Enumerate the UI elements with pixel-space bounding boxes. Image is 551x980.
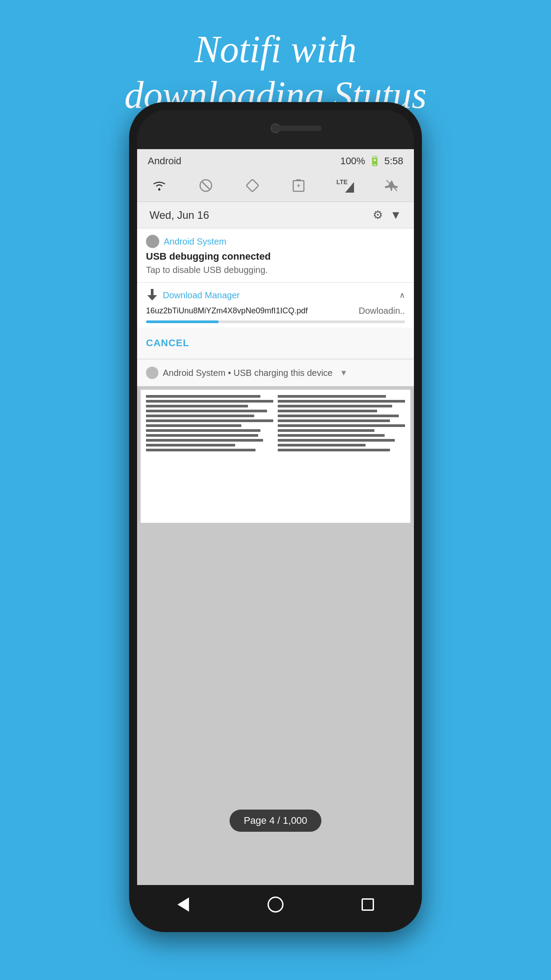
back-button[interactable] [172, 893, 194, 916]
battery-percent: 100% [340, 155, 365, 167]
nav-bar [137, 885, 414, 924]
background: Notifi with downloading Stutus Android 1… [0, 0, 551, 118]
usb-text: Android System • USB charging this devic… [163, 368, 333, 378]
download-filename: 16uz2bTiUnu8MiYZm4X8vpNe09mfI1ICQ.pdf [146, 306, 308, 316]
header-section: Notifi with downloading Stutus [0, 0, 551, 118]
download-header: Download Manager ∧ [137, 283, 414, 306]
quick-settings-row: + LTE [137, 171, 414, 202]
expand-icon[interactable]: ▼ [390, 208, 401, 222]
page-label: Page [244, 815, 266, 826]
download-progress-bar [146, 320, 405, 323]
progress-fill [146, 320, 219, 323]
lte-toggle[interactable]: LTE [335, 176, 355, 195]
cancel-section: CANCEL [137, 328, 414, 359]
svg-rect-5 [296, 179, 301, 181]
cancel-button[interactable]: CANCEL [146, 337, 189, 349]
notif-app-name-1: Android System [164, 237, 226, 247]
page-current: 4 [269, 815, 275, 826]
svg-rect-9 [151, 289, 153, 296]
airplane-toggle[interactable] [382, 176, 401, 195]
battery-icon: 🔋 [369, 155, 381, 167]
download-app-name: Download Manager [163, 290, 240, 300]
page-total: 1,000 [283, 815, 307, 826]
settings-icon[interactable]: ⚙ [373, 208, 383, 222]
carrier-text: Android [148, 155, 181, 167]
android-system-icon [146, 235, 159, 248]
screen: Android 100% 🔋 5:58 [137, 149, 414, 885]
document-area: Page 4 / 1,000 [137, 386, 414, 885]
usb-charging-notification[interactable]: Android System • USB charging this devic… [137, 360, 414, 386]
download-notification[interactable]: Download Manager ∧ 16uz2bTiUnu8MiYZm4X8v… [137, 283, 414, 360]
download-filename-row: 16uz2bTiUnu8MiYZm4X8vpNe09mfI1ICQ.pdf Do… [137, 306, 414, 320]
phone-inner: Android 100% 🔋 5:58 [137, 110, 414, 924]
wifi-toggle[interactable] [150, 176, 169, 195]
speaker [277, 126, 322, 131]
home-button[interactable] [264, 893, 287, 916]
time-text: 5:58 [384, 155, 403, 167]
date-row: Wed, Jun 16 ⚙ ▼ [137, 202, 414, 229]
svg-text:+: + [297, 182, 300, 189]
page-separator: / [277, 815, 280, 826]
date-text: Wed, Jun 16 [150, 209, 209, 221]
svg-marker-7 [345, 182, 354, 193]
notif-body-1: Tap to disable USB debugging. [137, 265, 414, 282]
status-right: 100% 🔋 5:58 [340, 155, 403, 167]
download-icon [146, 289, 158, 301]
svg-line-2 [202, 182, 209, 189]
status-bar: Android 100% 🔋 5:58 [137, 149, 414, 171]
battery-saver-toggle[interactable]: + [289, 176, 308, 195]
page-indicator: Page 4 / 1,000 [229, 810, 321, 832]
phone-frame: Android 100% 🔋 5:58 [129, 102, 422, 932]
notif-header-1: Android System [137, 229, 414, 251]
usb-debug-notification[interactable]: Android System USB debugging connected T… [137, 229, 414, 283]
notifications-area: Android System USB debugging connected T… [137, 229, 414, 386]
download-expand-icon[interactable]: ∧ [399, 290, 405, 300]
recents-button[interactable] [357, 893, 379, 916]
dnd-toggle[interactable] [196, 176, 216, 195]
download-status: Dowloadin.. [358, 306, 405, 316]
svg-marker-10 [147, 295, 157, 300]
svg-point-0 [158, 189, 161, 191]
svg-rect-3 [246, 179, 258, 192]
notif-title-1: USB debugging connected [137, 251, 414, 265]
usb-chevron-icon[interactable]: ▼ [340, 368, 348, 378]
rotate-toggle[interactable] [243, 176, 262, 195]
usb-charging-icon [146, 367, 158, 379]
date-row-icons: ⚙ ▼ [373, 208, 401, 222]
